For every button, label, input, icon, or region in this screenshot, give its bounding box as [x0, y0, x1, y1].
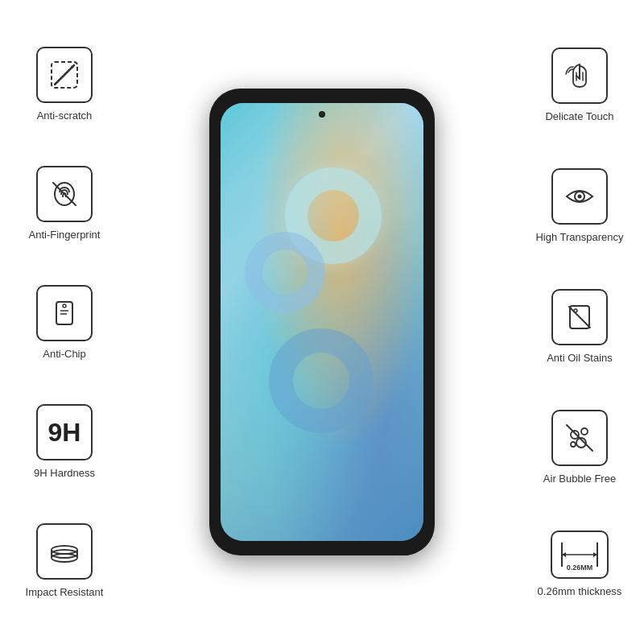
feature-anti-fingerprint: Anti-Fingerprint	[8, 166, 121, 241]
feature-delicate-touch: Delicate Touch	[523, 47, 636, 122]
anti-fingerprint-icon	[47, 176, 82, 212]
deco-ring-2	[245, 232, 325, 312]
anti-chip-icon	[47, 295, 82, 331]
svg-line-1	[55, 65, 74, 85]
thickness-icon-box: 0.26MM	[551, 530, 609, 579]
deco-ring-3	[269, 328, 374, 433]
9h-hardness-icon-box: 9H	[36, 404, 93, 460]
air-bubble-free-label: Air Bubble Free	[543, 473, 616, 485]
right-features-column: Delicate Touch High Transparency	[515, 0, 644, 644]
anti-fingerprint-icon-box	[36, 166, 93, 222]
anti-oil-stains-label: Anti Oil Stains	[547, 352, 613, 364]
svg-line-18	[569, 307, 590, 328]
air-bubble-free-icon-box	[551, 410, 608, 466]
feature-anti-chip: Anti-Chip	[8, 285, 121, 360]
anti-scratch-icon	[47, 57, 82, 93]
anti-chip-icon-box	[36, 285, 93, 341]
impact-resistant-icon-box	[36, 523, 93, 580]
delicate-touch-label: Delicate Touch	[545, 110, 613, 122]
feature-anti-oil-stains: Anti Oil Stains	[523, 289, 636, 364]
feature-thickness: 0.26MM 0.26mm thickness	[523, 530, 636, 597]
anti-chip-label: Anti-Chip	[43, 348, 85, 360]
anti-scratch-label: Anti-scratch	[37, 109, 93, 122]
air-bubble-free-icon	[562, 420, 597, 456]
svg-point-20	[581, 428, 588, 435]
svg-point-15	[578, 194, 582, 198]
feature-anti-scratch: Anti-scratch	[8, 47, 121, 122]
phone-wrapper	[209, 89, 435, 555]
svg-text:0.26MM: 0.26MM	[567, 564, 593, 572]
9h-text: 9H	[48, 419, 81, 445]
impact-resistant-icon	[45, 534, 84, 569]
feature-high-transparency: High Transparency	[523, 168, 636, 243]
phone-outer	[209, 89, 435, 555]
left-features-column: Anti-scratch Anti-Fingerprint	[0, 0, 129, 644]
delicate-touch-icon-box	[551, 47, 608, 104]
anti-oil-stains-icon	[562, 299, 597, 335]
thickness-label: 0.26mm thickness	[538, 585, 622, 597]
high-transparency-label: High Transparency	[535, 231, 623, 243]
anti-fingerprint-label: Anti-Fingerprint	[29, 229, 101, 241]
svg-point-22	[571, 442, 576, 447]
phone-notch	[310, 89, 334, 103]
thickness-icon: 0.26MM	[554, 535, 605, 575]
feature-air-bubble-free: Air Bubble Free	[523, 410, 636, 485]
feature-9h-hardness: 9H 9H Hardness	[8, 404, 121, 479]
svg-point-6	[63, 304, 66, 308]
svg-rect-5	[56, 302, 72, 324]
anti-scratch-icon-box	[36, 47, 93, 103]
phone-screen	[221, 103, 423, 541]
9h-hardness-label: 9H Hardness	[34, 467, 95, 479]
impact-resistant-label: Impact Resistant	[26, 586, 104, 598]
main-container: Anti-scratch Anti-Fingerprint	[0, 0, 644, 644]
feature-impact-resistant: Impact Resistant	[8, 523, 121, 598]
high-transparency-icon	[562, 179, 597, 214]
anti-oil-stains-icon-box	[551, 289, 608, 345]
svg-point-19	[571, 431, 579, 439]
delicate-touch-icon	[562, 58, 597, 93]
camera-dot	[319, 111, 325, 118]
high-transparency-icon-box	[551, 168, 608, 225]
